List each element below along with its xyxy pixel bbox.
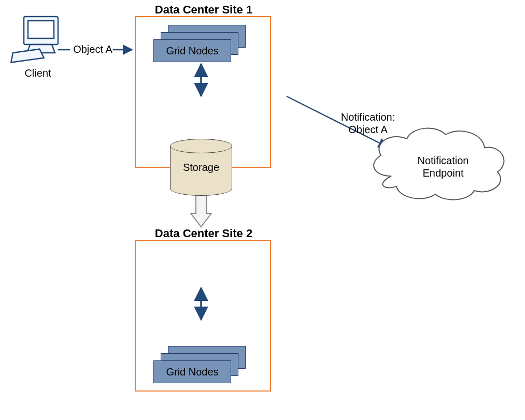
- client-icon: [10, 17, 58, 63]
- site1-title: Data Center Site 1: [139, 3, 268, 17]
- client-label: Client: [15, 67, 61, 79]
- site2-title: Data Center Site 2: [139, 227, 268, 240]
- site1-grid-nodes: Grid Nodes: [153, 25, 247, 65]
- site1-storage-label: Storage: [183, 162, 219, 173]
- site1-storage: Storage: [170, 139, 232, 196]
- endpoint-label: Notification Endpoint: [409, 154, 477, 179]
- svg-rect-0: [24, 17, 58, 45]
- svg-rect-1: [28, 21, 54, 38]
- diagram-stage: Client Object A Data Center Site 1 Grid …: [0, 0, 525, 420]
- site2-grid-nodes: Grid Nodes: [153, 346, 247, 386]
- notification-label: Notification: Object A: [332, 111, 404, 136]
- site2-grid-label: Grid Nodes: [166, 366, 218, 378]
- site1-grid-label: Grid Nodes: [166, 45, 218, 57]
- object-label: Object A: [69, 44, 116, 55]
